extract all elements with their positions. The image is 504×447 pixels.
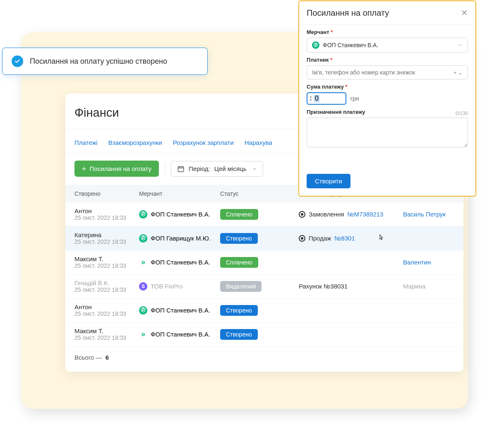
close-icon[interactable]: ✕ — [461, 8, 468, 18]
divider — [165, 163, 165, 175]
cell-status: Створено — [220, 233, 299, 244]
tab-payments[interactable]: Платежі — [74, 139, 98, 146]
radio-icon — [299, 211, 305, 218]
doc-plain: Рахунок №38031 — [299, 283, 348, 290]
cell-client: Василь Петрук — [403, 211, 469, 218]
amount-input-wrapper: ▲ ▼ 0 — [307, 92, 346, 105]
tab-settlements[interactable]: Взаєморозрахунки — [108, 139, 162, 146]
cell-merchant: ⓟФОП Станкевич В.А. — [139, 210, 220, 219]
cell-client: Валентин — [403, 259, 469, 266]
status-badge: Створено — [220, 329, 258, 340]
doc-type: Замовлення — [309, 211, 344, 218]
cell-merchant: »ФОП Станкевич В.А. — [139, 330, 220, 339]
client-text: Марина — [403, 283, 425, 290]
payer-label: Платник * — [307, 57, 468, 63]
toast-message: Посилання на оплату успішно створено — [30, 57, 167, 66]
cell-status: Видалений — [220, 281, 299, 292]
status-badge: Створено — [220, 305, 258, 316]
create-payment-link-button[interactable]: + Посилання на оплату — [74, 161, 159, 177]
table-row[interactable]: Антон25 лист. 2022 18:33ⓟФОП Станкевич В… — [65, 298, 463, 322]
merchant-field: Мерчант * ⓟ ФОП Станкевич В.А. — [299, 25, 475, 53]
status-badge: Створено — [220, 233, 258, 244]
table-row[interactable]: Генадій В.К.25 лист. 2022 18:33SТОВ FixP… — [65, 274, 463, 298]
modal-header: Посилання на оплату ✕ — [299, 1, 475, 25]
modal-title: Посилання на оплату — [307, 8, 389, 18]
purpose-textarea[interactable] — [307, 118, 468, 147]
doc-link[interactable]: №M7389213 — [347, 211, 383, 218]
merchant-icon: ⓟ — [139, 234, 147, 243]
merchant-icon: ⓟ — [139, 210, 147, 219]
cell-status: Створено — [220, 305, 299, 316]
radio-icon — [299, 235, 305, 242]
cell-created: Антон25 лист. 2022 18:33 — [74, 303, 139, 317]
payer-add-icon[interactable]: + ⌄ — [454, 70, 463, 76]
table-row[interactable]: Катерина25 лист. 2022 18:33ⓟФОП Гаврищук… — [65, 226, 463, 250]
calendar-icon — [177, 165, 185, 173]
cell-document: Рахунок №38031 — [299, 283, 403, 290]
period-selector[interactable]: Період: Цей місяць — [171, 161, 263, 177]
create-button-label: Посилання на оплату — [90, 165, 152, 172]
tab-salary[interactable]: Розрахунок зарплати — [173, 139, 234, 146]
status-badge: Сплачено — [220, 209, 258, 220]
payer-select[interactable]: + ⌄ — [307, 65, 468, 79]
merchant-icon: ⓟ — [312, 41, 319, 49]
table-row[interactable]: Максим Т.25 лист. 2022 18:33»ФОП Станкев… — [65, 322, 463, 346]
stepper: ▲ ▼ — [309, 95, 312, 102]
cell-document: Продаж №8301 — [299, 235, 403, 242]
cell-status: Сплачено — [220, 209, 299, 220]
amount-input[interactable]: 0 — [314, 95, 319, 102]
cell-merchant: »ФОП Станкевич В.А. — [139, 258, 220, 267]
table-body: Антон25 лист. 2022 18:33ⓟФОП Станкевич В… — [65, 202, 463, 346]
modal-footer: Створити — [299, 149, 475, 188]
chevron-down-icon — [252, 166, 257, 171]
cell-created: Максим Т.25 лист. 2022 18:33 — [74, 327, 139, 341]
svg-rect-0 — [178, 166, 184, 171]
cell-merchant: ⓟФОП Станкевич В.А. — [139, 306, 220, 315]
col-status: Статус — [220, 190, 299, 197]
cell-merchant: ⓟФОП Гаврищук М.Ю. — [139, 234, 220, 243]
cell-created: Генадій В.К.25 лист. 2022 18:33 — [74, 279, 139, 293]
totals-count: 6 — [106, 354, 109, 361]
period-prefix: Період: — [189, 165, 210, 172]
payment-link-modal: Посилання на оплату ✕ Мерчант * ⓟ ФОП Ст… — [298, 0, 476, 197]
char-counter: 0/130 — [456, 111, 468, 116]
cell-created: Катерина25 лист. 2022 18:33 — [74, 231, 139, 245]
cell-created: Максим Т.25 лист. 2022 18:33 — [74, 255, 139, 269]
merchant-icon: ⓟ — [139, 306, 147, 315]
payer-input[interactable] — [312, 69, 454, 76]
cell-status: Створено — [220, 329, 299, 340]
totals: Всього — 6 — [65, 346, 463, 363]
tab-accrual[interactable]: Нарахува — [245, 139, 272, 146]
payer-field: Платник * + ⌄ — [299, 53, 475, 79]
table-row[interactable]: Антон25 лист. 2022 18:33ⓟФОП Станкевич В… — [65, 202, 463, 226]
check-icon — [12, 55, 23, 67]
merchant-value: ФОП Станкевич В.А. — [323, 42, 378, 48]
amount-field: Сума платежу * ▲ ▼ 0 грн — [299, 79, 475, 105]
cell-document: Замовлення №M7389213 — [299, 211, 403, 218]
table-row[interactable]: Максим Т.25 лист. 2022 18:33»ФОП Станкев… — [65, 250, 463, 274]
merchant-arrows-icon: » — [139, 258, 147, 267]
period-value: Цей місяць — [214, 165, 247, 172]
merchant-s-icon: S — [139, 282, 147, 291]
purpose-field: Призначення платежу 0/130 — [299, 105, 475, 149]
doc-link[interactable]: №8301 — [334, 235, 355, 242]
col-created: Створено — [74, 190, 139, 197]
client-link[interactable]: Василь Петрук — [403, 211, 446, 218]
purpose-label: Призначення платежу — [307, 109, 365, 115]
doc-type: Продаж — [309, 235, 331, 242]
cell-merchant: SТОВ FixPro — [139, 282, 220, 291]
merchant-arrows-icon: » — [139, 330, 147, 339]
cell-status: Сплачено — [220, 257, 299, 268]
cursor-icon — [377, 234, 385, 241]
status-badge: Сплачено — [220, 257, 258, 268]
step-down-icon[interactable]: ▼ — [309, 99, 312, 102]
chevron-down-icon — [458, 43, 463, 48]
submit-button[interactable]: Створити — [307, 174, 350, 188]
amount-label: Сума платежу * — [307, 84, 468, 90]
totals-label: Всього — — [74, 354, 102, 361]
col-merchant: Мерчант — [139, 190, 220, 197]
success-toast: Посилання на оплату успішно створено — [2, 48, 208, 75]
merchant-label: Мерчант * — [307, 29, 468, 35]
client-link[interactable]: Валентин — [403, 259, 431, 266]
merchant-select[interactable]: ⓟ ФОП Станкевич В.А. — [307, 38, 468, 53]
